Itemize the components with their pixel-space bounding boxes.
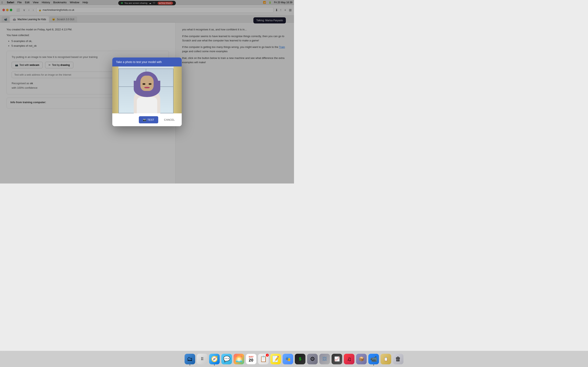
test-btn-label: TEST bbox=[147, 118, 154, 121]
left-eye bbox=[143, 83, 145, 85]
modal-cancel-button[interactable]: CANCEL bbox=[161, 116, 178, 123]
modal-overlay: Take a photo to test your model with bbox=[0, 0, 294, 184]
modal-title: Take a photo to test your model with bbox=[116, 60, 162, 64]
modal-header: Take a photo to test your model with bbox=[112, 58, 182, 67]
modal-test-button[interactable]: 📷 TEST bbox=[139, 116, 158, 123]
webcam-modal: Take a photo to test your model with bbox=[112, 58, 182, 126]
curtain-left bbox=[112, 67, 118, 113]
modal-footer: 📷 TEST CANCEL bbox=[112, 113, 182, 126]
webcam-feed bbox=[112, 67, 182, 113]
person-lips bbox=[144, 87, 150, 88]
right-eye bbox=[149, 83, 151, 85]
camera-icon-modal: 📷 bbox=[143, 118, 146, 121]
modal-webcam-view bbox=[112, 67, 182, 113]
person-shirt bbox=[137, 97, 157, 113]
person-eyes bbox=[143, 83, 151, 85]
curtain-right bbox=[173, 67, 182, 113]
person-figure bbox=[131, 73, 163, 113]
